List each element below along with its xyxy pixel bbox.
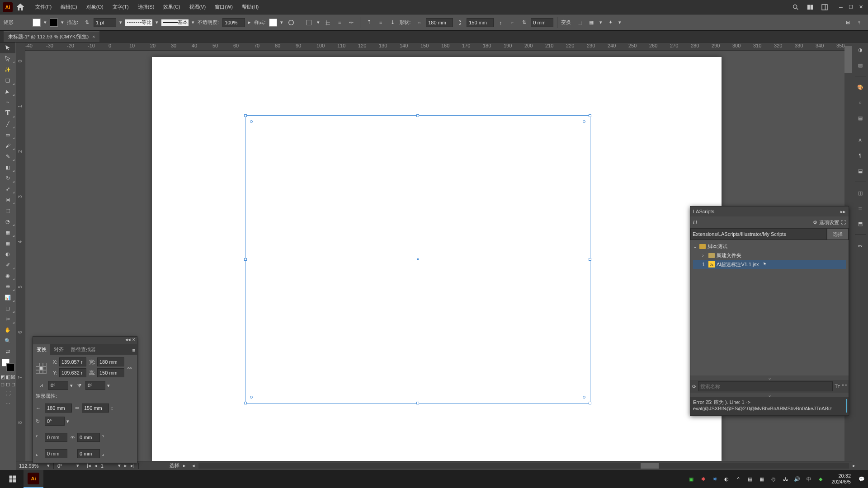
zoom-tool[interactable]: 🔍: [0, 335, 15, 346]
console-collapse-handle[interactable]: ⌄: [690, 393, 849, 397]
corner-widget-tl[interactable]: [250, 120, 253, 123]
draw-inside[interactable]: ◻: [10, 380, 16, 388]
search-icon[interactable]: [790, 2, 801, 13]
properties-panel-icon[interactable]: ◑: [855, 44, 866, 55]
h-input[interactable]: [97, 368, 124, 377]
settings-label[interactable]: 选项设置: [819, 219, 839, 226]
tray-network-icon[interactable]: 🖧: [781, 474, 790, 483]
artboard-prev-icon[interactable]: ◂: [94, 463, 97, 469]
stroke-weight-dropdown[interactable]: ▾: [118, 19, 123, 26]
rotate-view-input[interactable]: [57, 463, 73, 469]
menu-view[interactable]: 视图(V): [185, 4, 211, 10]
scripts-path-input[interactable]: [690, 228, 827, 240]
screen-mode[interactable]: ⛶: [0, 388, 15, 399]
curvature-tool[interactable]: ~: [0, 97, 15, 108]
brush-definition[interactable]: 基本: [161, 19, 189, 26]
maximize-button[interactable]: ☐: [846, 4, 855, 11]
paintbrush-tool[interactable]: 🖌: [0, 140, 15, 151]
style-swatch[interactable]: [269, 19, 277, 27]
scrollbar-horizontal[interactable]: ◂ ▸: [198, 463, 849, 469]
panel-collapse-icon[interactable]: ◂◂: [125, 337, 131, 344]
tree-folder[interactable]: › 新建文件夹: [693, 251, 846, 260]
corner-stepper[interactable]: ⇅: [519, 18, 529, 28]
tray-icon-2[interactable]: ✱: [698, 474, 708, 483]
menu-help[interactable]: 帮助(H): [237, 4, 263, 10]
shaper-tool[interactable]: ✎: [0, 151, 15, 162]
fullscreen-icon[interactable]: ⛶: [841, 220, 846, 225]
link-wh-icon-2[interactable]: ⚯: [126, 361, 132, 375]
align-artboard-icon[interactable]: [304, 18, 314, 28]
resize-handle-bm[interactable]: [416, 402, 419, 404]
arrange-icon[interactable]: [819, 2, 830, 13]
shape-builder-tool[interactable]: ◔: [0, 216, 15, 227]
resize-handle-ml[interactable]: [244, 258, 247, 261]
draw-behind[interactable]: ◻: [5, 380, 11, 388]
align-center-icon[interactable]: ≡: [335, 18, 344, 28]
tray-icon-3[interactable]: ❋: [710, 474, 719, 483]
tray-icon-5[interactable]: ▤: [745, 474, 755, 483]
gradient-panel-icon[interactable]: ◫: [855, 188, 866, 198]
resize-handle-mr[interactable]: [589, 258, 591, 261]
graph-tool[interactable]: 📊: [0, 292, 15, 303]
scroll-left-icon[interactable]: ◂: [192, 463, 195, 469]
color-panel-icon[interactable]: 🎨: [855, 82, 866, 93]
rectangle-tool[interactable]: ▭: [0, 129, 15, 140]
width-icon[interactable]: ↔: [414, 18, 424, 28]
opacity-dropdown[interactable]: ▸: [247, 19, 252, 26]
menu-type[interactable]: 文字(T): [108, 4, 133, 10]
width-tool[interactable]: ⋈: [0, 194, 15, 205]
type-tool[interactable]: T: [0, 108, 15, 118]
stroke-weight-stepper[interactable]: ⇅: [82, 18, 92, 28]
zoom-dd[interactable]: ▾: [47, 463, 50, 469]
fill-dropdown[interactable]: ▾: [42, 19, 48, 26]
transform-tab[interactable]: 变换: [33, 344, 50, 355]
tray-volume-icon[interactable]: 🔊: [793, 474, 802, 483]
home-icon[interactable]: [15, 2, 25, 12]
height-icon[interactable]: ↕: [495, 18, 505, 28]
transform-label[interactable]: 变换: [561, 19, 571, 26]
libraries-panel-icon[interactable]: ▧: [855, 60, 866, 70]
fill-swatch[interactable]: [33, 19, 41, 27]
stroke-panel-icon[interactable]: ⬓: [855, 165, 866, 176]
links-panel-icon[interactable]: ⚯: [855, 240, 866, 251]
pathfinder-tab[interactable]: 路径查找器: [67, 344, 99, 355]
link-rect-icon[interactable]: ⚮: [74, 401, 80, 415]
tool-dd[interactable]: ▸: [183, 463, 186, 469]
eraser-tool[interactable]: ◧: [0, 162, 15, 173]
artboard-nav-input[interactable]: [101, 463, 114, 469]
ruler-origin[interactable]: [16, 42, 25, 51]
hand-tool[interactable]: ✋: [0, 324, 15, 335]
tray-icon-6[interactable]: ▦: [757, 474, 766, 483]
link-corners-icon[interactable]: ⚮: [69, 427, 75, 447]
scrollbar-h-thumb[interactable]: [641, 463, 659, 469]
corner-bl-input[interactable]: [45, 449, 67, 458]
start-button[interactable]: [2, 470, 24, 488]
edit-toolbar[interactable]: ⋯: [0, 399, 15, 409]
tray-icon-7[interactable]: ◎: [769, 474, 778, 483]
resize-handle-br[interactable]: [589, 402, 591, 404]
corner-br-input[interactable]: [77, 449, 100, 458]
color-mode[interactable]: ◩: [0, 373, 5, 380]
reference-point-selector[interactable]: [36, 363, 47, 374]
color-guide-icon[interactable]: ○: [855, 97, 866, 108]
search-input[interactable]: [698, 381, 833, 391]
none-mode[interactable]: ☒: [10, 373, 16, 380]
blend-tool[interactable]: ◉: [0, 270, 15, 281]
ruler-horizontal[interactable]: -40-30-20-100102030405060708090100110120…: [16, 42, 852, 51]
free-transform-tool[interactable]: ⬚: [0, 205, 15, 216]
snap-icon[interactable]: ⊞: [843, 18, 853, 28]
close-button[interactable]: ✕: [856, 4, 865, 11]
direct-selection-tool[interactable]: [0, 53, 15, 64]
selected-rectangle[interactable]: [245, 115, 590, 404]
tree-root[interactable]: ⌄ 脚本测试: [693, 242, 846, 251]
tray-icon-4[interactable]: ◐: [722, 474, 731, 483]
rect-angle-dd[interactable]: ▾: [66, 418, 69, 424]
asset-export-icon[interactable]: ⬒: [855, 218, 866, 229]
toggle-fill-stroke[interactable]: ⇄: [0, 346, 15, 357]
align-tab[interactable]: 对齐: [50, 344, 67, 355]
fill-stroke-colors[interactable]: [0, 357, 16, 373]
corner-input[interactable]: [531, 18, 553, 27]
menu-object[interactable]: 对象(O): [82, 4, 108, 10]
stroke-profile-dropdown[interactable]: ▾: [154, 19, 160, 26]
draw-normal[interactable]: ◻: [0, 380, 5, 388]
